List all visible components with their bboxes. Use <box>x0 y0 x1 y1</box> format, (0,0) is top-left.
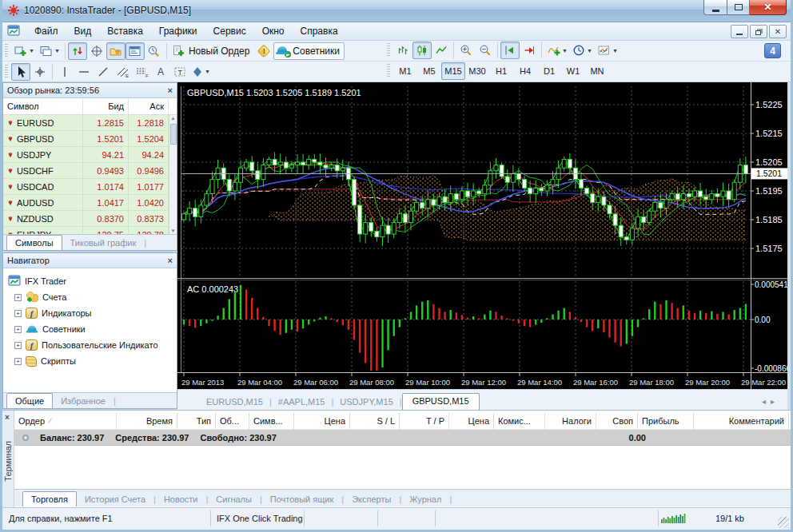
market-watch-header[interactable]: Обзор рынка: 23:59:56 × <box>3 83 177 98</box>
market-row-usdjpy[interactable]: ▼USDJPY94.2194.24 <box>3 147 169 163</box>
market-row-usdchf[interactable]: ▼USDCHF0.94930.9496 <box>3 163 169 179</box>
market-watch-scrollbar[interactable]: ▲ ▼ <box>169 115 177 234</box>
tree-item-2[interactable]: +Советники <box>8 321 177 337</box>
terminal-tab-журнал[interactable]: Журнал <box>401 493 449 506</box>
new-chart-button[interactable]: ▼ <box>11 42 37 60</box>
strategy-tester-button[interactable] <box>145 42 164 60</box>
navigator-header[interactable]: Навигатор × <box>3 253 177 268</box>
terminal-col-2[interactable]: Тип <box>177 413 216 429</box>
terminal-toggle[interactable] <box>126 42 145 60</box>
terminal-col-11[interactable]: Своп <box>596 413 638 429</box>
terminal-col-3[interactable]: Об... <box>216 413 249 429</box>
terminal-tab-сигналы[interactable]: Сигналы <box>208 493 260 506</box>
terminal-col-5[interactable]: Цена <box>294 413 350 429</box>
tab--[interactable]: Символы <box>6 235 62 250</box>
data-window-button[interactable] <box>87 42 106 60</box>
timeframe-m15[interactable]: M15 <box>441 62 465 80</box>
scroll-up-icon[interactable]: ▲ <box>169 116 177 121</box>
cursor-button[interactable] <box>11 63 30 81</box>
column-symbol[interactable]: Символ <box>3 98 83 114</box>
terminal-col-8[interactable]: Цена <box>449 413 494 429</box>
label-button[interactable]: T <box>170 63 189 81</box>
candle-chart-button[interactable] <box>412 42 432 59</box>
chart-tab-#aapl-m15[interactable]: #AAPL,M15 <box>272 395 332 410</box>
timeframe-w1[interactable]: W1 <box>561 62 585 80</box>
terminal-tab-торговля[interactable]: Торговля <box>22 491 77 506</box>
menu-item-1[interactable]: Вид <box>66 23 100 39</box>
tree-item-4[interactable]: +Скрипты <box>8 353 177 369</box>
toolbar-grip[interactable] <box>387 64 390 78</box>
periods-button[interactable]: ▼ <box>570 42 595 59</box>
panel-close-icon[interactable]: × <box>168 256 173 265</box>
panel-close-icon[interactable]: × <box>168 85 173 95</box>
expand-icon[interactable]: + <box>14 310 22 317</box>
market-watch-toggle[interactable] <box>68 42 87 60</box>
scrollbar-thumb[interactable] <box>170 124 177 145</box>
column-ask[interactable]: Аск <box>129 98 169 114</box>
toolbar-grip[interactable] <box>5 44 8 58</box>
scroll-down-icon[interactable]: ▼ <box>169 228 177 233</box>
profiles-button[interactable]: ▼ <box>37 42 62 60</box>
tab--[interactable]: Общие <box>6 393 53 408</box>
mdi-close-button[interactable]: ✕ <box>769 25 787 38</box>
tree-item-3[interactable]: +fПользовательские Индикато <box>8 337 177 353</box>
terminal-tab-история-счета[interactable]: История Счета <box>77 493 153 506</box>
fibonacci-button[interactable]: F <box>132 63 151 81</box>
toolbar-grip[interactable] <box>5 65 8 79</box>
price-chart[interactable]: 1.52251.52151.52051.51951.51851.51751.52… <box>177 82 787 389</box>
bar-chart-button[interactable] <box>393 42 412 59</box>
terminal-col-1[interactable]: Время <box>117 413 177 429</box>
chart-tab-usdjpy-m15[interactable]: USDJPY,M15 <box>333 395 399 410</box>
terminal-col-9[interactable]: Комис... <box>494 413 545 429</box>
chart-tab-eurusd-m15[interactable]: EURUSD,M15 <box>200 395 269 410</box>
timeframe-m30[interactable]: M30 <box>465 62 489 80</box>
crosshair-button[interactable] <box>30 63 50 81</box>
market-row-gbpusd[interactable]: ▼GBPUSD1.52011.5204 <box>3 131 169 147</box>
hline-button[interactable] <box>74 63 94 81</box>
minimize-button[interactable] <box>703 0 727 15</box>
alert-button[interactable]: ! <box>254 42 273 60</box>
close-button[interactable]: ✕ <box>750 0 787 15</box>
toolbar-grip[interactable] <box>387 43 390 58</box>
experts-button[interactable]: ▶ Советники <box>273 42 345 60</box>
timeframe-h1[interactable]: H1 <box>489 62 513 80</box>
terminal-col-7[interactable]: T / P <box>400 413 449 429</box>
market-row-eurjpy[interactable]: ▼EURJPY120.75120.78 <box>3 227 169 234</box>
chart-shift-button[interactable] <box>500 42 520 59</box>
market-row-usdcad[interactable]: ▼USDCAD1.01741.0177 <box>3 179 169 195</box>
tree-item-0[interactable]: +Счета <box>8 289 177 305</box>
terminal-col-10[interactable]: Налоги <box>545 413 596 429</box>
market-row-audusd[interactable]: ▼AUDUSD1.04171.0420 <box>3 195 169 211</box>
mdi-minimize-button[interactable] <box>731 25 748 38</box>
templates-button[interactable]: ▼ <box>595 42 620 59</box>
zoom-out-button[interactable] <box>476 42 495 59</box>
tab--[interactable]: Избранное <box>53 395 114 408</box>
tab-scroll-icons[interactable]: ◂▸ <box>762 397 779 406</box>
trendline-button[interactable] <box>94 63 113 81</box>
expand-icon[interactable]: + <box>14 358 22 365</box>
expand-icon[interactable]: + <box>14 342 22 349</box>
vline-button[interactable] <box>55 63 74 81</box>
status-mode-text[interactable]: IFX One Click Trading <box>217 514 303 523</box>
column-bid[interactable]: Бид <box>83 98 129 114</box>
market-row-eurusd[interactable]: ▼EURUSD1.28151.2818 <box>3 115 169 131</box>
terminal-tab-почтовый-ящик[interactable]: Почтовый ящик <box>262 493 341 506</box>
timeframe-mn[interactable]: MN <box>585 62 609 80</box>
tree-root[interactable]: IFX Trader <box>8 273 177 289</box>
terminal-col-0[interactable]: Ордер∕ <box>14 413 117 429</box>
maximize-button[interactable] <box>727 0 750 15</box>
text-button[interactable]: A <box>151 63 170 81</box>
line-chart-button[interactable] <box>432 42 451 59</box>
menu-item-0[interactable]: Файл <box>26 23 66 39</box>
shapes-button[interactable]: ▼ <box>189 63 213 81</box>
terminal-col-4[interactable]: Симв... <box>249 413 294 429</box>
terminal-col-12[interactable]: Прибыль <box>638 413 694 429</box>
menu-item-5[interactable]: Окно <box>254 23 293 39</box>
mdi-restore-button[interactable] <box>750 25 767 38</box>
zoom-in-button[interactable] <box>456 42 476 59</box>
terminal-close-icon[interactable]: × <box>5 413 10 422</box>
expand-icon[interactable]: + <box>14 326 22 333</box>
notifications-badge[interactable]: 4 <box>764 43 781 58</box>
chart-tab-gbpusd-m15[interactable]: GBPUSD,M15 <box>402 393 480 410</box>
terminal-tab-новости[interactable]: Новости <box>156 493 206 506</box>
